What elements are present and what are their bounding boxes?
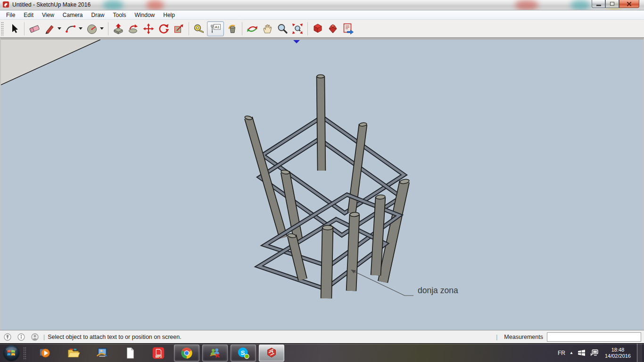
taskbar: MP3 S FR ▲ 18:48 14/02/2016 [0, 343, 644, 362]
drawing-viewport[interactable]: donja zona [0, 38, 644, 330]
minimize-button[interactable] [592, 0, 605, 8]
zoom-icon [276, 23, 289, 35]
toolbar-separator [307, 22, 308, 35]
statusbar-divider: | [43, 334, 45, 340]
circle-icon [86, 23, 98, 35]
mp3-icon: MP3 [152, 346, 165, 360]
text-tool-icon: A1 [209, 23, 222, 35]
line-tool-dropdown[interactable] [58, 27, 61, 30]
clock-time: 18:48 [605, 347, 631, 353]
skype-icon: S [237, 346, 250, 360]
document-icon [124, 346, 137, 360]
menu-file[interactable]: File [2, 11, 19, 19]
taskbar-pin-separator [23, 347, 26, 359]
taskbar-explorer[interactable] [61, 345, 86, 362]
desktop: Untitled - SketchUp Make 2016 File Edit … [0, 0, 644, 362]
titlebar: Untitled - SketchUp Make 2016 [0, 0, 644, 10]
language-indicator[interactable]: FR [558, 350, 565, 356]
svg-text:MP3: MP3 [156, 355, 162, 358]
monitor-person-icon [95, 346, 108, 360]
taskbar-messenger[interactable] [202, 345, 228, 362]
taskbar-skype[interactable]: S [231, 345, 256, 362]
measurements-divider: | [496, 334, 497, 340]
circle-tool-dropdown[interactable] [100, 27, 104, 30]
line-tool-button[interactable] [42, 22, 57, 36]
rotate-icon [157, 23, 170, 35]
taskbar-mp3-app[interactable]: MP3 [146, 345, 171, 362]
tape-measure-icon [193, 23, 205, 35]
menu-edit[interactable]: Edit [19, 11, 38, 19]
glass-reflection [146, 0, 164, 10]
arc-tool-button[interactable] [64, 22, 78, 36]
menu-window[interactable]: Window [131, 11, 159, 19]
menu-help[interactable]: Help [159, 11, 179, 19]
layout-document-icon [342, 23, 354, 35]
sketchup-taskbar-icon [265, 346, 278, 360]
toolbar-drag-handle[interactable] [1, 22, 4, 36]
sketchup-logo-icon [2, 1, 9, 8]
text-tool-button[interactable]: A1 [207, 21, 224, 36]
zoom-tool-button[interactable] [275, 22, 289, 36]
rotate-tool-button[interactable] [157, 22, 171, 36]
pencil-icon [43, 23, 56, 35]
orbit-icon [246, 23, 258, 35]
zoom-extents-tool-button[interactable] [290, 22, 305, 36]
eraser-tool-button[interactable] [27, 22, 41, 36]
select-arrow-icon [8, 23, 20, 35]
folder-icon [67, 346, 80, 360]
send-to-layout-button[interactable] [341, 22, 355, 36]
network-icon[interactable] [590, 349, 599, 357]
taskbar-document[interactable] [117, 345, 143, 362]
measurements-label: Measurements [504, 334, 543, 340]
show-desktop-button[interactable] [637, 344, 642, 362]
minimize-icon [596, 5, 601, 6]
toolbar: A1 [0, 20, 644, 38]
follow-me-tool-button[interactable] [126, 22, 140, 36]
menu-draw[interactable]: Draw [87, 11, 109, 19]
get-models-button[interactable] [311, 22, 325, 36]
scale-tool-button[interactable] [172, 22, 186, 36]
eraser-icon [28, 23, 41, 35]
taskbar-chrome[interactable] [174, 345, 199, 362]
scale-icon [173, 23, 185, 35]
system-tray: FR ▲ 18:48 14/02/2016 [558, 344, 644, 362]
arc-icon [65, 23, 77, 35]
pan-tool-button[interactable] [260, 22, 274, 36]
menu-camera[interactable]: Camera [58, 11, 87, 19]
messenger-contacts-icon [208, 346, 222, 360]
clock[interactable]: 18:48 14/02/2016 [605, 347, 631, 359]
circle-tool-button[interactable] [85, 22, 99, 36]
menu-view[interactable]: View [38, 11, 58, 19]
select-tool-button[interactable] [7, 22, 21, 36]
menubar: File Edit View Camera Draw Tools Window … [0, 10, 644, 20]
paint-bucket-tool-button[interactable] [225, 22, 239, 36]
model-scene: donja zona [1, 40, 643, 330]
menu-tools[interactable]: Tools [109, 11, 131, 19]
taskbar-sketchup[interactable] [259, 345, 284, 362]
orbit-tool-button[interactable] [245, 22, 259, 36]
move-tool-button[interactable] [141, 22, 156, 36]
glass-reflection [103, 0, 124, 10]
push-pull-tool-button[interactable] [111, 22, 125, 36]
windows-flag-icon[interactable] [578, 349, 586, 357]
maximize-button[interactable] [605, 0, 619, 8]
clock-date: 14/02/2016 [605, 353, 631, 359]
hidden-icons-arrow[interactable]: ▲ [570, 351, 573, 355]
start-button[interactable] [2, 344, 20, 362]
pan-hand-icon [261, 23, 273, 35]
taskbar-media-player[interactable] [33, 345, 58, 362]
svg-text:S: S [241, 349, 245, 356]
credits-info-icon[interactable] [17, 333, 25, 341]
share-model-button[interactable] [326, 22, 340, 36]
close-button[interactable] [619, 0, 639, 8]
toolbar-separator [24, 22, 25, 35]
annotation-text[interactable]: donja zona [418, 286, 458, 295]
taskbar-assistance[interactable] [89, 345, 115, 362]
measurements-input[interactable] [547, 332, 641, 342]
tape-measure-tool-button[interactable] [192, 22, 206, 36]
geolocation-icon[interactable] [4, 333, 11, 341]
arc-tool-dropdown[interactable] [79, 27, 83, 30]
window-title: Untitled - SketchUp Make 2016 [12, 1, 91, 8]
sign-in-person-icon[interactable] [31, 333, 39, 341]
follow-me-icon [127, 23, 140, 35]
